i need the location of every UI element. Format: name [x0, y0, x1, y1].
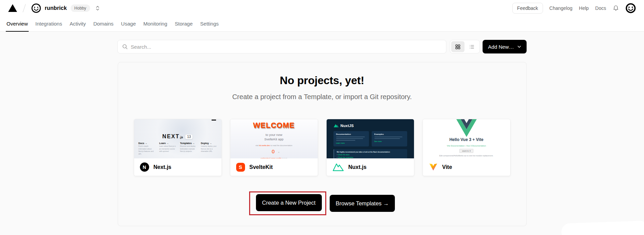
search-input[interactable] [131, 44, 442, 50]
browse-templates-button[interactable]: Browse Templates → [330, 195, 395, 212]
tab-storage[interactable]: Storage [171, 16, 197, 31]
tab-integrations[interactable]: Integrations [32, 16, 66, 31]
vercel-logo-icon[interactable] [8, 4, 17, 12]
scope-selector-chevron-icon[interactable] [95, 4, 100, 12]
nuxt-logo-icon [332, 163, 344, 171]
corner-overlay [561, 221, 644, 235]
slash-divider [21, 3, 28, 13]
team-name[interactable]: runbrick [45, 5, 67, 11]
list-view-button[interactable] [465, 41, 478, 52]
team-avatar[interactable] [31, 3, 41, 13]
plan-badge: Hobby [71, 4, 90, 12]
dashboard-tabs: Overview Integrations Activity Domains U… [0, 16, 644, 32]
chevron-down-icon [517, 46, 521, 48]
changelog-link[interactable]: Changelog [549, 5, 573, 11]
svelte-logo-icon: S [236, 163, 245, 172]
topbar-actions: Feedback Changelog Help Docs [512, 3, 636, 14]
projects-toolbar: Add New… [117, 40, 527, 53]
template-card-nuxtjs[interactable]: NuxtJS Documentation Learn more Examples… [326, 119, 414, 176]
vite-preview-image: Hello Vue 3 + Vite Vite Documentation | … [423, 119, 510, 158]
search-box[interactable] [117, 40, 446, 53]
annotation-highlight: Create a New Project [249, 191, 326, 215]
empty-state-title: No projects, yet! [280, 74, 364, 87]
nuxt-mountain-icon [333, 124, 339, 128]
list-view-icon [469, 44, 474, 49]
template-cards: NEXT.js 13 Docs →Find in-depth informati… [134, 119, 511, 176]
scope-switcher: runbrick Hobby [8, 3, 100, 13]
add-new-button[interactable]: Add New… [483, 40, 527, 53]
view-mode-toggle [450, 40, 480, 53]
preview-decoration [212, 120, 216, 121]
template-name: Vite [442, 164, 452, 170]
tab-settings[interactable]: Settings [197, 16, 223, 31]
nextjs-version-badge: 13 [185, 134, 193, 139]
notifications-bell-icon[interactable] [613, 5, 619, 12]
template-name: SvelteKit [249, 164, 273, 170]
grid-view-button[interactable] [451, 41, 464, 52]
tab-domains[interactable]: Domains [89, 16, 117, 31]
user-avatar[interactable] [626, 3, 636, 13]
nextjs-preview-image: NEXT.js 13 Docs →Find in-depth informati… [134, 119, 221, 158]
template-card-nextjs[interactable]: NEXT.js 13 Docs →Find in-depth informati… [134, 119, 222, 176]
grid-view-icon [455, 44, 460, 49]
tab-usage[interactable]: Usage [117, 16, 140, 31]
vue-logo-icon [453, 119, 480, 137]
tab-activity[interactable]: Activity [66, 16, 90, 31]
search-icon [122, 44, 128, 49]
nuxtjs-preview-image: NuxtJS Documentation Learn more Examples… [327, 119, 414, 158]
help-link[interactable]: Help [579, 5, 589, 11]
tab-monitoring[interactable]: Monitoring [140, 16, 171, 31]
template-card-sveltekit[interactable]: WELCOME to your new SvelteKit app visit … [230, 119, 318, 176]
tab-overview[interactable]: Overview [3, 16, 32, 31]
add-new-label: Add New… [488, 44, 514, 50]
empty-state-actions: Create a New Project Browse Templates → [249, 191, 395, 215]
template-card-vite[interactable]: Hello Vue 3 + Vite Vite Documentation | … [423, 119, 511, 176]
empty-state-panel: No projects, yet! Create a project from … [118, 62, 527, 226]
empty-state-subtitle: Create a project from a Template, or imp… [232, 93, 412, 101]
sveltekit-preview-image: WELCOME to your new SvelteKit app visit … [230, 119, 318, 158]
feedback-button[interactable]: Feedback [512, 3, 543, 14]
vite-logo-icon [429, 162, 438, 172]
top-navigation-bar: runbrick Hobby Feedback Changelog Help D… [0, 0, 644, 16]
create-new-project-button[interactable]: Create a New Project [256, 194, 322, 211]
template-name: Next.js [154, 164, 171, 170]
nextjs-logo-icon: N [140, 162, 149, 172]
template-name: Nuxt.js [348, 164, 367, 170]
docs-link[interactable]: Docs [595, 5, 606, 11]
